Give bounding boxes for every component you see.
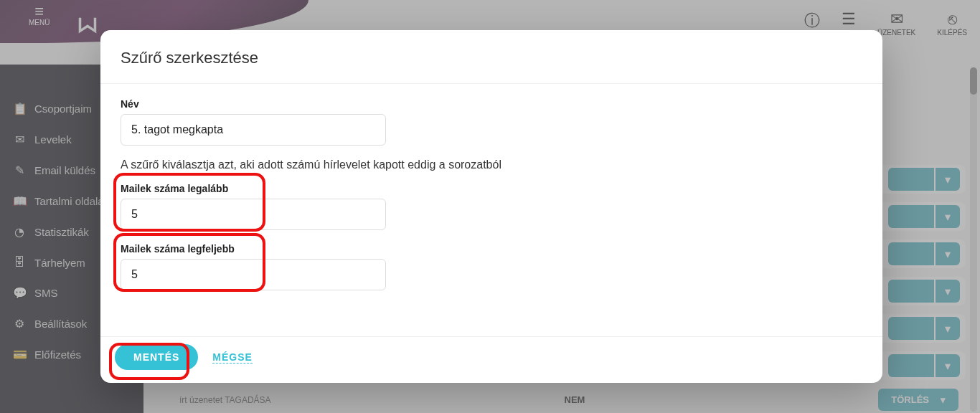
filter-description: A szűrő kiválasztja azt, aki adott számú… (121, 158, 862, 171)
modal-title: Szűrő szerkesztése (121, 49, 862, 67)
max-label: Mailek száma legfeljebb (121, 243, 862, 255)
filter-edit-modal: Szűrő szerkesztése Név A szűrő kiválaszt… (100, 30, 882, 383)
max-input-wrap (121, 259, 386, 290)
name-input-wrap (121, 114, 386, 146)
name-field-group: Név (121, 98, 862, 146)
min-field-group: Mailek száma legalább (121, 183, 862, 230)
list-icon: ☰ (842, 10, 856, 29)
cancel-button[interactable]: MÉGSE (212, 351, 253, 364)
modal-header: Szűrő szerkesztése (100, 30, 882, 84)
min-label: Mailek száma legalább (121, 183, 862, 194)
min-input-wrap (121, 199, 386, 230)
modal-footer: MENTÉS MÉGSE (100, 336, 882, 383)
modal-body: Név A szűrő kiválasztja azt, aki adott s… (100, 84, 882, 336)
logout-button[interactable]: ⎋KILÉPÉS (937, 10, 967, 37)
name-label: Név (121, 98, 862, 110)
help-icon: ⓘ (804, 10, 820, 32)
logout-icon: ⎋ (937, 10, 967, 29)
min-input[interactable] (131, 208, 375, 221)
mail-icon: ✉ (877, 10, 915, 29)
max-field-group: Mailek száma legfeljebb (121, 243, 862, 290)
save-button[interactable]: MENTÉS (115, 344, 198, 370)
name-input[interactable] (131, 123, 375, 136)
messages-label: ÜZENETEK (877, 29, 915, 37)
logout-label: KILÉPÉS (937, 29, 967, 37)
max-input[interactable] (131, 268, 375, 281)
messages-button[interactable]: ✉ÜZENETEK (877, 10, 915, 37)
